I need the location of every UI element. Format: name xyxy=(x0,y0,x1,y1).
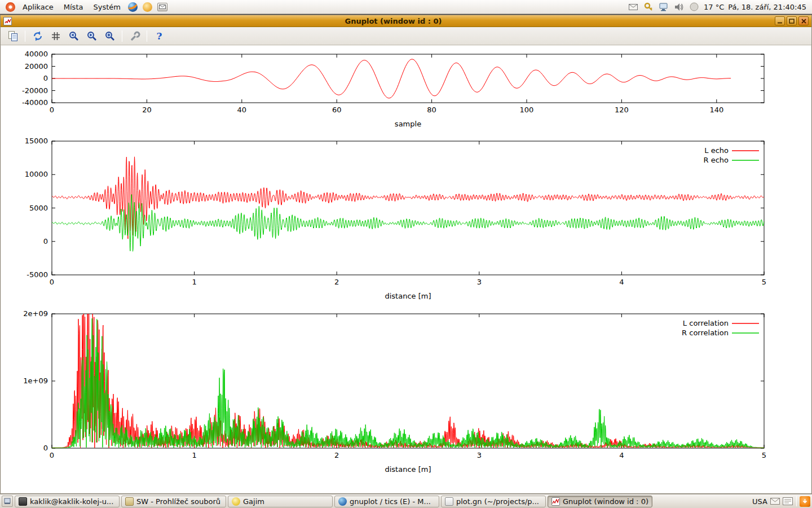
copy-to-clipboard-button[interactable] xyxy=(5,29,20,43)
mail-tray-icon[interactable] xyxy=(769,496,780,507)
taskbar-item-browser[interactable]: gnuplot / tics (E) - M... xyxy=(334,496,439,507)
menu-system[interactable]: Systém xyxy=(89,1,125,13)
help-launcher-icon[interactable] xyxy=(143,2,153,12)
taskbar-item-editor[interactable]: plot.gn (~/projects/p... xyxy=(441,496,546,507)
toolbar-separator xyxy=(25,30,25,42)
toggle-grid-button[interactable] xyxy=(48,29,63,43)
y-tick-label: -5000 xyxy=(27,270,48,279)
x-tick-label: 100 xyxy=(520,106,534,114)
close-button[interactable] xyxy=(798,16,809,25)
series-r-echo xyxy=(52,195,764,252)
show-desktop-button[interactable] xyxy=(2,496,13,507)
copy-icon xyxy=(7,30,19,42)
y-tick-label: 1e+09 xyxy=(23,376,48,385)
gnuplot-window: Gnuplot (window id : 0) xyxy=(0,15,812,494)
toolbar-separator xyxy=(122,30,122,42)
titlebar[interactable]: Gnuplot (window id : 0) xyxy=(1,15,811,27)
series-r-correlation xyxy=(52,318,764,448)
wrench-icon xyxy=(129,30,140,42)
legend-label: R correlation xyxy=(682,329,729,337)
zoom-next-button[interactable] xyxy=(84,29,99,43)
grid-icon xyxy=(50,30,61,42)
chart-plot2: 012345-5000050001000015000distance [m]L … xyxy=(25,137,767,300)
zoom-previous-button[interactable] xyxy=(66,29,81,43)
tray-separator xyxy=(796,496,797,506)
taskbar-item-gajim[interactable]: Gajim xyxy=(228,496,333,507)
ubuntu-menu-icon[interactable] xyxy=(5,2,15,12)
zoom-next-icon xyxy=(86,30,98,42)
input-method-icon[interactable] xyxy=(782,496,793,507)
x-tick-label: 40 xyxy=(237,106,247,114)
taskbar-item-label: plot.gn (~/projects/p... xyxy=(456,497,539,506)
chart-plot1: 020406080100120140-40000-200000200004000… xyxy=(22,50,764,128)
panel-status-area: 17 °C Pá, 18. září, 21:40:45 xyxy=(628,1,809,12)
x-tick-label: 20 xyxy=(142,106,152,114)
x-tick-label: 80 xyxy=(427,106,436,114)
chart-plot3: 01234501e+092e+09distance [m]L correlati… xyxy=(23,278,766,474)
show-desktop-icon xyxy=(4,498,11,505)
window-title: Gnuplot (window id : 0) xyxy=(12,17,775,25)
temperature-label[interactable]: 17 °C xyxy=(704,3,724,11)
mail-notification-icon[interactable] xyxy=(628,1,639,12)
gnuplot-toolbar: ? xyxy=(1,27,811,45)
menu-applications[interactable]: Aplikace xyxy=(18,1,58,13)
weather-icon[interactable] xyxy=(689,1,700,12)
window-icon xyxy=(3,17,12,25)
y-tick-label: 5000 xyxy=(29,204,48,212)
replot-button[interactable] xyxy=(30,29,45,43)
taskbar-item-label: Gnuplot (window id : 0) xyxy=(563,497,648,506)
volume-icon[interactable] xyxy=(673,1,685,12)
x-axis-label: distance [m] xyxy=(385,292,431,300)
x-tick-label: 60 xyxy=(332,106,342,114)
y-tick-label: -20000 xyxy=(22,86,48,95)
close-icon xyxy=(801,19,806,24)
x-tick-label: 1 xyxy=(192,278,196,286)
help-button[interactable]: ? xyxy=(152,29,167,43)
clock-label[interactable]: Pá, 18. září, 21:40:45 xyxy=(728,3,806,11)
keyring-icon[interactable] xyxy=(643,1,654,12)
taskbar-item-label: Gajim xyxy=(243,497,264,506)
firefox-icon xyxy=(338,497,347,506)
desktop: { "top_panel": { "menus": [ {"label": "A… xyxy=(0,0,812,508)
y-tick-label: 15000 xyxy=(25,137,48,145)
plot-area[interactable]: 020406080100120140-40000-200000200004000… xyxy=(1,46,811,493)
config-button[interactable] xyxy=(127,29,142,43)
display-icon[interactable] xyxy=(658,1,669,12)
taskbar-item-file-browser[interactable]: SW - Prohlížeč souborů xyxy=(121,496,226,507)
zoom-fit-icon xyxy=(104,30,116,42)
minimize-icon xyxy=(777,19,783,24)
firefox-icon xyxy=(128,2,138,12)
plot-border xyxy=(52,314,764,448)
legend-label: R echo xyxy=(703,156,729,164)
keyboard-layout-indicator[interactable]: USA xyxy=(752,497,767,506)
x-tick-label: 2 xyxy=(334,451,339,459)
taskbar-item-gnuplot[interactable]: Gnuplot (window id : 0) xyxy=(548,496,652,507)
minimize-button[interactable] xyxy=(775,16,785,25)
y-tick-label: 0 xyxy=(43,444,48,452)
x-tick-label: 4 xyxy=(619,451,624,459)
taskbar-item-terminal[interactable]: kaklik@kaklik-kolej-u... xyxy=(15,496,120,507)
file-manager-icon xyxy=(125,497,134,506)
y-tick-label: -40000 xyxy=(22,98,48,107)
firefox-launcher-icon[interactable] xyxy=(128,2,138,12)
update-notifier-icon[interactable] xyxy=(800,496,810,507)
x-tick-label: 0 xyxy=(50,278,54,286)
taskbar-item-label: kaklik@kaklik-kolej-u... xyxy=(30,497,113,506)
menu-places[interactable]: Místa xyxy=(59,1,88,13)
x-axis-label: distance [m] xyxy=(385,465,431,474)
refresh-icon xyxy=(32,30,43,42)
taskbar: kaklik@kaklik-kolej-u... SW - Prohlížeč … xyxy=(0,494,812,508)
y-tick-label: 10000 xyxy=(25,170,48,178)
x-tick-label: 2 xyxy=(334,278,339,286)
legend-label: L echo xyxy=(704,146,729,155)
toolbar-separator xyxy=(147,30,147,42)
x-tick-label: 0 xyxy=(50,451,54,459)
help-question-icon: ? xyxy=(157,30,162,42)
mail-launcher-icon[interactable] xyxy=(157,2,167,12)
x-tick-label: 140 xyxy=(709,106,723,114)
x-tick-label: 3 xyxy=(477,278,482,286)
y-tick-label: 20000 xyxy=(25,62,48,71)
autoscale-button[interactable] xyxy=(102,29,117,43)
y-tick-label: 0 xyxy=(43,74,48,82)
maximize-button[interactable] xyxy=(787,16,797,25)
